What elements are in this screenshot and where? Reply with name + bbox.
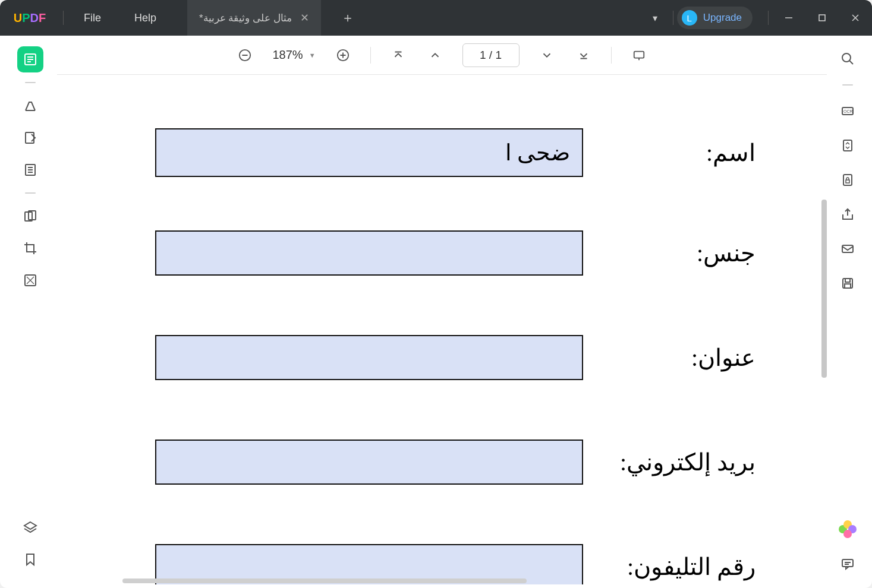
organize-page-button[interactable] — [17, 203, 43, 229]
upgrade-label: Upgrade — [703, 12, 742, 24]
phone-label: رقم التليفون: — [613, 553, 755, 581]
divider — [673, 11, 673, 25]
toolbar: 187% ▼ — [57, 36, 827, 75]
horizontal-scrollbar[interactable] — [122, 578, 527, 583]
user-avatar: L — [682, 10, 697, 26]
first-page-button[interactable] — [389, 46, 408, 65]
svg-line-27 — [849, 61, 853, 64]
prev-page-button[interactable] — [426, 46, 445, 65]
page-number-input[interactable] — [462, 43, 520, 67]
upgrade-button[interactable]: L Upgrade — [677, 7, 753, 29]
app-logo: UPDF — [0, 11, 59, 25]
new-tab-button[interactable]: ＋ — [341, 9, 354, 27]
share-button[interactable] — [839, 206, 857, 223]
form-row-name: اسم: — [117, 128, 755, 177]
menu-file[interactable]: File — [67, 0, 118, 36]
svg-point-26 — [842, 53, 851, 62]
svg-rect-30 — [843, 140, 852, 151]
svg-rect-32 — [846, 180, 849, 183]
address-label: عنوان: — [613, 344, 755, 372]
ocr-button[interactable]: OCR — [839, 102, 857, 120]
zoom-value: 187% — [272, 48, 303, 62]
svg-text:OCR: OCR — [843, 109, 853, 113]
address-field[interactable] — [155, 335, 583, 380]
search-button[interactable] — [839, 50, 857, 68]
name-label: اسم: — [613, 139, 755, 167]
protect-button[interactable] — [839, 171, 857, 189]
name-field[interactable] — [155, 128, 583, 177]
gender-field[interactable] — [155, 230, 583, 276]
email-field[interactable] — [155, 440, 583, 485]
email-button[interactable] — [839, 240, 857, 258]
divider — [63, 11, 64, 25]
layers-button[interactable] — [17, 514, 43, 540]
zoom-in-button[interactable] — [333, 46, 352, 65]
divider — [25, 192, 36, 194]
bookmark-button[interactable] — [17, 546, 43, 573]
svg-rect-35 — [845, 279, 850, 282]
minimize-button[interactable] — [772, 0, 805, 36]
right-sidebar: OCR — [827, 36, 868, 584]
menu-help[interactable]: Help — [118, 0, 173, 36]
convert-button[interactable] — [839, 137, 857, 154]
divider — [25, 82, 36, 83]
gender-label: جنس: — [613, 239, 755, 267]
email-label: بريد إلكتروني: — [613, 448, 755, 476]
svg-rect-36 — [845, 284, 851, 288]
reader-mode-button[interactable] — [17, 46, 43, 72]
divider — [611, 47, 612, 64]
svg-rect-1 — [819, 15, 825, 21]
edit-tool-button[interactable] — [17, 125, 43, 151]
svg-rect-24 — [634, 51, 644, 58]
zoom-out-button[interactable] — [235, 46, 254, 65]
svg-rect-9 — [26, 132, 34, 143]
crop-tool-button[interactable] — [17, 235, 43, 261]
vertical-scrollbar[interactable] — [821, 200, 827, 378]
page-tool-button[interactable] — [17, 157, 43, 183]
last-page-button[interactable] — [574, 46, 593, 65]
ai-assistant-button[interactable] — [839, 520, 857, 538]
form-row-address: عنوان: — [117, 335, 755, 380]
dropdown-triangle-icon: ▼ — [309, 52, 316, 59]
chevron-down-icon[interactable]: ▾ — [653, 12, 657, 24]
next-page-button[interactable] — [537, 46, 556, 65]
document-viewport[interactable]: اسم: جنس: عنوان: بريد إلكتروني: — [57, 75, 827, 584]
highlight-tool-button[interactable] — [17, 93, 43, 119]
close-tab-icon[interactable]: ✕ — [300, 11, 309, 24]
save-button[interactable] — [839, 274, 857, 292]
maximize-button[interactable] — [805, 0, 839, 36]
svg-rect-33 — [842, 245, 853, 252]
close-window-button[interactable] — [839, 0, 872, 36]
document-page: اسم: جنس: عنوان: بريد إلكتروني: — [69, 75, 827, 584]
comments-button[interactable] — [839, 555, 857, 573]
zoom-level-dropdown[interactable]: 187% ▼ — [272, 48, 315, 62]
divider — [768, 11, 769, 25]
divider — [370, 47, 371, 64]
document-tab[interactable]: مثال على وثيقة عربية* ✕ — [187, 0, 321, 36]
titlebar: UPDF File Help مثال على وثيقة عربية* ✕ ＋… — [0, 0, 872, 36]
tab-title: مثال على وثيقة عربية* — [199, 12, 292, 24]
form-row-gender: جنس: — [117, 230, 755, 276]
presentation-mode-button[interactable] — [629, 46, 649, 65]
left-sidebar — [4, 36, 57, 584]
form-row-email: بريد إلكتروني: — [117, 440, 755, 485]
divider — [842, 84, 853, 86]
redact-tool-button[interactable] — [17, 267, 43, 293]
